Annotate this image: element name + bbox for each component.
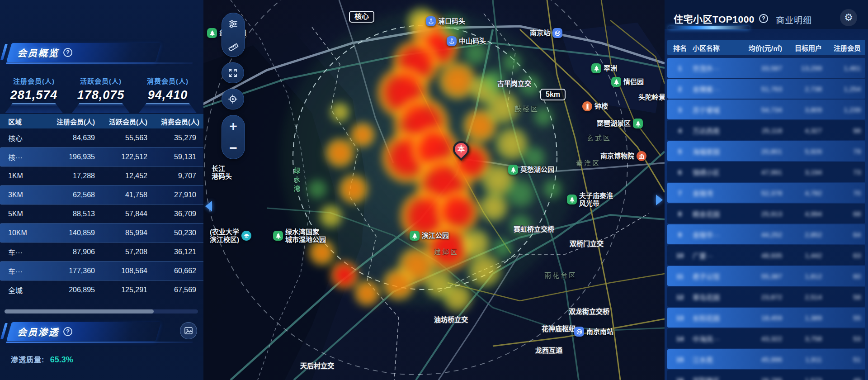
table-body: 核心84,63955,56335,279核···196,935122,51259… [0, 128, 203, 299]
cell: 60,662 [147, 267, 203, 275]
locate-crosshair-icon [227, 94, 238, 104]
cell: 52,378 [737, 189, 782, 197]
map-label-anchor: 中山码头 [447, 36, 486, 46]
expand-right-panel-arrow[interactable] [656, 195, 663, 205]
header-slash-decoration [0, 44, 8, 60]
store-pin-text: 本 [455, 143, 467, 156]
community-row[interactable]: 2金隅紫···51,7632,7381,254 [667, 79, 865, 99]
horizontal-scrollbar-track[interactable] [5, 309, 198, 314]
map-label-district: 雨花台区 [544, 271, 577, 279]
label-text: 绿水湾国家城市湿地公园 [285, 228, 326, 244]
park-tree-icon [633, 119, 643, 128]
cell: 10KM [0, 229, 39, 237]
cell: 君子公馆 [688, 271, 737, 281]
cell: 车··· [0, 247, 39, 257]
cell: 9 [672, 231, 688, 238]
label-text: 花神庙枢纽 [542, 325, 576, 332]
horizontal-scrollbar-thumb[interactable] [5, 309, 154, 314]
residential-top1000-tab[interactable]: 住宅小区TOP1000 ? [674, 12, 768, 25]
community-row[interactable]: 10广厦···48,9351,44263 [667, 245, 865, 265]
cell: 60 [822, 272, 861, 280]
cell: 3,809 [782, 106, 822, 114]
cell: 98 [822, 127, 861, 134]
member-penetration-title: 会员渗透 [17, 325, 59, 338]
community-row[interactable]: 4万达西苑25,1184,32798 [667, 120, 865, 140]
gear-icon: ⚙ [844, 12, 853, 24]
map-label-park: 夫子庙秦淮风光带 [567, 192, 613, 208]
park-tree-icon [508, 165, 518, 175]
railway-station-icon [574, 327, 584, 337]
cell: 学院路区 [688, 375, 737, 380]
member-overview-header: 会员概览 ? [9, 43, 158, 62]
locate-button[interactable] [222, 89, 244, 109]
community-row[interactable]: 12翠岛花园23,8722,51458 [667, 287, 865, 307]
settings-button[interactable]: ⚙ [840, 9, 857, 26]
cell: 84,639 [39, 134, 95, 142]
cell: 2,514 [782, 293, 822, 301]
label-text: 秦淮区 [576, 159, 600, 167]
map-label-school: (农业大学滨江校区) [210, 228, 251, 244]
label-text: 长江港码头 [212, 165, 232, 180]
stat-registered-members: 注册会员(人) 281,574 [0, 76, 68, 113]
community-row[interactable]: 8精金花园25,9134,99468 [667, 204, 865, 223]
cell: 13 [672, 314, 688, 322]
measure-ruler-button[interactable] [222, 35, 245, 57]
label-text: 绿水湾 [293, 167, 300, 195]
cell: 苏宁睿城 [688, 105, 737, 114]
export-image-button[interactable] [180, 322, 197, 339]
fullscreen-button[interactable] [222, 62, 244, 83]
community-row[interactable]: 5海福家园20,8015,92679 [667, 141, 865, 161]
cell: 3,758 [782, 335, 822, 342]
column-header-name: 小区名称 [688, 43, 737, 52]
community-row[interactable]: 6锦绣小区47,9913,19473 [667, 162, 865, 182]
community-row[interactable]: 16学院路区26,7851,57349 [667, 370, 865, 380]
zoom-out-button[interactable]: − [222, 137, 245, 159]
cell: 51 [822, 356, 861, 363]
map-label-plain: 长江港码头 [212, 165, 232, 180]
community-row[interactable]: 13长阳花园18,4591,38955 [667, 308, 865, 328]
help-icon[interactable]: ? [759, 14, 768, 23]
map-canvas[interactable]: 核心浦口码头中山码头南京站象山公园翠洲情侣园头陀岭景区5km古平岗立交鼓楼区钟楼… [203, 0, 665, 380]
column-header-registered-members: 注册会员 [822, 43, 861, 52]
cell: 4,994 [782, 210, 822, 218]
collapse-left-panel-arrow[interactable] [205, 201, 212, 212]
help-icon[interactable]: ? [63, 327, 72, 336]
cell: 20,801 [737, 147, 782, 155]
cell: 1,911 [782, 356, 822, 363]
community-row[interactable]: 1世茂外···33,58713,2991,461 [667, 58, 865, 78]
cell: 12 [672, 293, 688, 301]
cell: 27,910 [147, 191, 203, 199]
map-label-district: 鼓楼区 [514, 105, 539, 113]
cell: 1 [672, 64, 688, 72]
cell: 万达西苑 [688, 126, 737, 135]
cell: 全城 [0, 285, 39, 295]
minus-icon: − [229, 141, 237, 155]
stat-pedestal-decoration [5, 103, 63, 113]
cell: 50,230 [147, 229, 203, 237]
cell: 4,782 [782, 189, 822, 197]
header-slash-decoration [0, 323, 8, 339]
community-row[interactable]: 7金陵湾52,3784,78270 [667, 183, 865, 203]
help-icon[interactable]: ? [63, 48, 72, 57]
cell: 62,568 [39, 191, 95, 199]
cell: 36,121 [147, 248, 203, 256]
cell: 57,844 [95, 210, 147, 218]
cell: 10 [672, 252, 688, 259]
cell: 9,707 [147, 172, 203, 180]
anchor-wharf-icon [426, 16, 436, 26]
community-row[interactable]: 11君子公馆55,3871,81260 [667, 266, 865, 286]
community-row[interactable]: 14中海凤···43,3223,75853 [667, 328, 865, 348]
picture-icon [184, 326, 193, 335]
filter-sliders-button[interactable] [222, 13, 245, 35]
ruler-icon [228, 40, 239, 51]
cell: 精金花园 [688, 209, 737, 218]
region-table-row: 全城206,895125,29167,569 [0, 280, 203, 299]
cell: 1,254 [822, 85, 861, 93]
label-text: 钟楼 [594, 102, 608, 110]
community-row[interactable]: 15江水苑45,9961,91151 [667, 349, 865, 369]
zoom-in-button[interactable]: + [222, 115, 245, 137]
business-detail-tab[interactable]: 商业明细 [776, 14, 812, 26]
community-row[interactable]: 3苏宁睿城54,7343,8091,239 [667, 100, 865, 119]
cell: 5 [672, 147, 688, 155]
community-row[interactable]: 9金陵华···44,2522,85264 [667, 224, 865, 244]
